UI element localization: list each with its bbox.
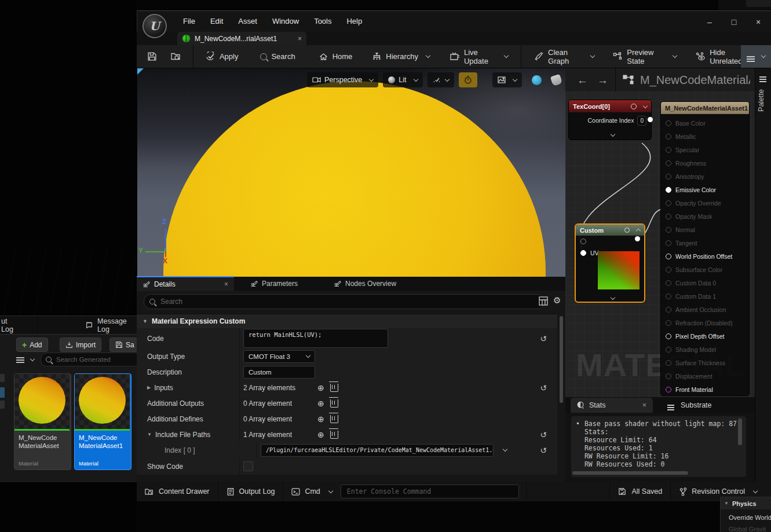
menu-item[interactable]: Tools — [306, 11, 339, 32]
tab-close-icon[interactable]: × — [642, 401, 646, 409]
details-scrollbar-track[interactable] — [557, 314, 565, 475]
content-drawer-button[interactable]: Content Drawer — [137, 482, 218, 501]
console-command-box[interactable] — [341, 485, 519, 498]
details-settings-gear-icon[interactable]: ⚙ — [553, 295, 561, 306]
material-input-pin[interactable]: Custom Data 1 — [661, 289, 749, 303]
menu-item[interactable]: Help — [339, 11, 370, 32]
reset-to-default-icon[interactable]: ↺ — [540, 334, 547, 343]
close-button[interactable]: × — [750, 14, 767, 30]
sources-row[interactable] — [0, 374, 5, 382]
clear-array-icon[interactable] — [330, 384, 338, 392]
live-update-button[interactable]: Live Update — [443, 45, 515, 68]
reset-to-default-icon[interactable]: ↺ — [540, 383, 547, 392]
override-world-row[interactable]: Override World — [721, 509, 771, 521]
material-input-pin[interactable]: World Position Offset — [661, 250, 749, 263]
preview-state-button[interactable]: Preview State — [606, 45, 684, 68]
material-input-pin[interactable]: Normal — [661, 223, 749, 236]
tab-substrate[interactable]: Substrate — [661, 398, 718, 413]
add-element-icon[interactable]: ⊕ — [317, 384, 324, 392]
material-input-pin[interactable]: Ambient Occlusion — [661, 303, 749, 316]
material-input-pin[interactable]: Specular — [661, 143, 749, 156]
material-input-pin[interactable]: Refraction (Disabled) — [661, 316, 749, 329]
camera-mode-dropdown[interactable]: Perspective — [307, 72, 378, 87]
stats-vscrollbar[interactable] — [738, 419, 742, 445]
reset-to-default-icon[interactable]: ↺ — [540, 430, 547, 439]
preview-sphere-icon[interactable] — [532, 75, 542, 85]
material-input-pin[interactable]: Anisotropy — [661, 170, 749, 183]
material-input-pin[interactable]: Tangent — [661, 236, 749, 250]
preview-viewport[interactable]: Perspective Lit — [137, 68, 565, 277]
console-command-input[interactable] — [346, 487, 514, 496]
material-input-pin[interactable]: Base Color — [661, 116, 749, 130]
menu-item[interactable]: Asset — [231, 11, 265, 32]
preview-toggle-icon[interactable] — [624, 228, 630, 233]
apply-button[interactable]: Apply — [198, 45, 246, 68]
details-search-box[interactable] — [144, 294, 545, 309]
path-dropdown-icon[interactable] — [503, 447, 507, 452]
tab-close-icon[interactable]: × — [298, 35, 302, 43]
all-saved-button[interactable]: All Saved — [610, 482, 670, 501]
toolbar-settings-button[interactable] — [741, 45, 771, 68]
material-input-pin[interactable]: Pixel Depth Offset — [661, 329, 749, 343]
tab-close-icon[interactable]: × — [224, 280, 228, 288]
tab-details[interactable]: Details × — [137, 276, 234, 291]
material-input-pin[interactable]: Opacity Override — [661, 196, 749, 210]
stats-output[interactable]: • Base pass shader without light map: 87… — [571, 416, 746, 477]
preview-cylinder-icon[interactable] — [550, 74, 562, 86]
reset-to-default-icon[interactable]: ↺ — [540, 446, 547, 455]
clear-array-icon[interactable] — [330, 399, 338, 408]
browse-to-asset-button[interactable] — [164, 45, 188, 68]
preview-toggle-icon[interactable] — [631, 104, 637, 109]
output-type-dropdown[interactable]: CMOT Float 3 — [243, 350, 315, 363]
material-input-pin[interactable]: Shading Model — [661, 343, 749, 356]
minimize-button[interactable]: – — [701, 14, 718, 30]
asset-tab[interactable]: M_NewCodeM...rialAsset1 × — [177, 32, 306, 45]
details-search-input[interactable] — [159, 297, 539, 306]
texcoord-output-pin[interactable] — [648, 117, 653, 122]
code-input[interactable]: return MainHLSL(UV); — [243, 329, 388, 348]
material-input-pin[interactable]: Metallic — [661, 130, 749, 143]
custom-node[interactable]: Custom UV — [575, 223, 645, 303]
tab-parameters[interactable]: Parameters — [244, 277, 304, 291]
expand-icon[interactable]: ▶ — [147, 385, 151, 390]
sources-row-selected[interactable] — [0, 387, 5, 398]
show-code-checkbox[interactable] — [243, 461, 253, 471]
description-input[interactable]: Custom — [243, 366, 315, 379]
search-button[interactable]: Search — [253, 45, 302, 68]
material-input-pin[interactable]: Roughness — [661, 156, 749, 170]
display-filter-icon[interactable] — [539, 296, 548, 307]
material-input-pin[interactable]: Front Material — [661, 383, 749, 396]
menu-item[interactable]: Edit — [203, 11, 231, 32]
asset-tile[interactable]: M_NewCodeMaterialAsset1 Material — [74, 373, 131, 470]
hierarchy-button[interactable]: Hierarchy — [365, 45, 437, 68]
material-graph-canvas[interactable]: MATERIAL TexCoord[0] Coordinate Index 0 … — [565, 91, 755, 397]
lit-mode-dropdown[interactable]: Lit — [383, 72, 422, 87]
tab-message-log[interactable]: Message Log — [85, 317, 137, 333]
tab-stats[interactable]: Stats × — [571, 398, 653, 413]
coordinate-index-input[interactable]: 0 — [637, 116, 646, 126]
tab-nodes-overview[interactable]: Nodes Overview — [328, 277, 402, 291]
material-input-pin[interactable]: Subsurface Color — [661, 263, 749, 276]
material-input-pin[interactable]: Displacement — [661, 369, 749, 383]
cmd-dropdown[interactable]: Cmd — [283, 482, 340, 501]
stats-hscrollbar[interactable] — [572, 471, 688, 475]
tab-output-log-partial[interactable]: ut Log — [0, 317, 20, 333]
texcoord-node[interactable]: TexCoord[0] Coordinate Index 0 — [568, 100, 652, 140]
details-scrollbar-thumb[interactable] — [560, 316, 563, 403]
clear-array-icon[interactable] — [330, 431, 338, 439]
physics-section-header[interactable]: ▼ Physics — [721, 497, 771, 509]
sources-row[interactable] — [0, 401, 5, 409]
material-input-pin[interactable]: Surface Thickness — [661, 356, 749, 369]
custom-output-pin[interactable] — [635, 236, 640, 241]
screenshot-dropdown[interactable] — [492, 72, 522, 87]
menu-item[interactable]: File — [176, 11, 203, 32]
material-input-pin[interactable]: Emissive Color — [661, 183, 749, 196]
nav-back-icon[interactable]: ← — [577, 75, 588, 86]
add-element-icon[interactable]: ⊕ — [317, 431, 324, 439]
material-input-pin[interactable]: Custom Data 0 — [661, 276, 749, 289]
section-material-expression-custom[interactable]: ▼ Material Expression Custom — [137, 314, 563, 329]
add-element-icon[interactable]: ⊕ — [317, 399, 324, 408]
include-path-input[interactable]: /Plugin/furcraeaHLSLEditor/Private/CodeM… — [261, 444, 494, 457]
collapse-icon[interactable]: ▼ — [147, 432, 152, 437]
save-button[interactable] — [137, 45, 164, 68]
